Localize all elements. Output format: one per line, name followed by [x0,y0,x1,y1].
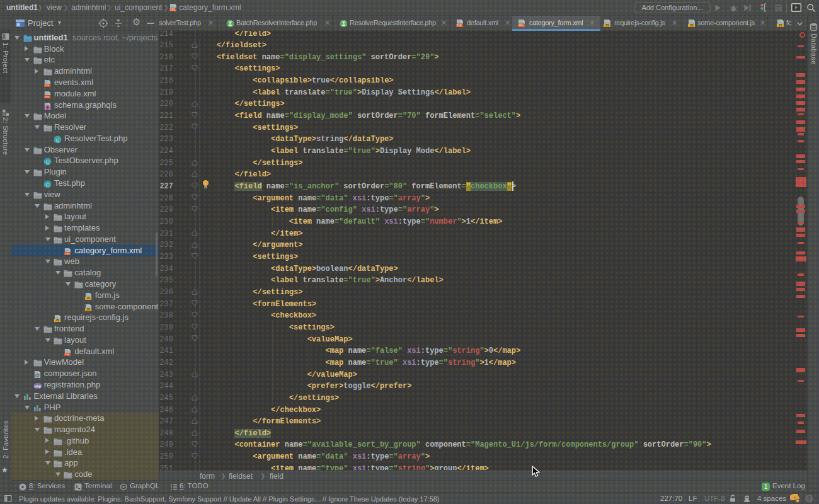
svg-text:C: C [46,181,50,187]
svg-text:JS: JS [86,308,90,311]
svg-text:JS: JS [55,319,59,322]
svg-text:JS: JS [778,23,782,27]
svg-text:php: php [34,384,41,388]
svg-text:XML: XML [65,252,71,255]
svg-text:@: @ [35,372,40,378]
svg-text:XML: XML [457,24,463,27]
svg-text:JS: JS [86,297,90,300]
svg-text:XML: XML [45,95,50,98]
svg-text:C: C [46,159,50,165]
svg-text:XML: XML [170,8,176,11]
svg-text:JS: JS [605,23,609,27]
svg-text:XML: XML [65,353,71,356]
svg-text:C: C [56,137,60,142]
svg-text:XML: XML [45,84,50,87]
svg-text:!: ! [794,495,796,501]
svg-text:XML: XML [518,24,525,27]
svg-text:JS: JS [689,23,694,27]
